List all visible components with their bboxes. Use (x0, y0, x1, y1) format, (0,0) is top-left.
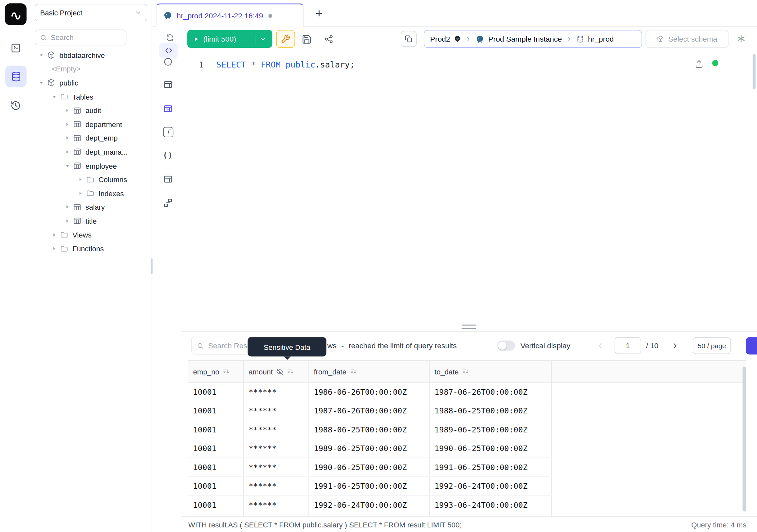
table-row[interactable]: 10001******1986-06-26T00:00:00Z1987-06-2… (188, 383, 552, 402)
result-cell[interactable]: 10001 (188, 477, 244, 495)
sidebar-search-input[interactable] (51, 33, 122, 42)
export-button-edge[interactable] (746, 337, 757, 355)
caret-right-icon[interactable] (65, 204, 73, 210)
sort-icon[interactable] (350, 368, 357, 375)
caret-down-icon[interactable] (39, 52, 47, 58)
result-cell[interactable]: 1993-06-24T00:00:00Z (430, 496, 552, 514)
code-line[interactable]: SELECT * FROM public.salary; (216, 60, 355, 70)
tree-item-indexes[interactable]: Indexes (31, 186, 151, 200)
page-size-select[interactable]: 50 / page (693, 337, 731, 354)
caret-right-icon[interactable] (65, 108, 73, 113)
result-cell[interactable]: 10001 (188, 458, 244, 476)
result-cell[interactable]: 1991-06-25T00:00:00Z (309, 477, 430, 495)
run-query-button[interactable]: (limit 500) (187, 30, 272, 48)
result-cell[interactable]: 1993-06-24T00:00:00Z (309, 514, 430, 516)
column-header-from_date[interactable]: from_date (309, 361, 430, 382)
tree-item-functions[interactable]: Functions (31, 242, 151, 256)
procedures-panel-button[interactable]: () (160, 148, 176, 162)
column-header-emp_no[interactable]: emp_no (188, 361, 244, 382)
share-button[interactable] (322, 33, 335, 45)
caret-right-icon[interactable] (65, 121, 73, 127)
eye-off-icon[interactable] (276, 368, 283, 375)
sort-icon[interactable] (287, 368, 294, 375)
result-cell[interactable]: 1987-06-26T00:00:00Z (430, 383, 552, 401)
result-cell[interactable]: 1989-06-25T00:00:00Z (430, 420, 552, 439)
table-row[interactable]: 10001******1993-06-24T00:00:00Z1994-06-2… (188, 514, 552, 516)
table-row[interactable]: 10001******1987-06-26T00:00:00Z1988-06-2… (188, 401, 552, 420)
table-row[interactable]: 10001******1991-06-25T00:00:00Z1992-06-2… (188, 477, 552, 496)
caret-right-icon[interactable] (65, 218, 73, 224)
tree-item-public[interactable]: public (31, 76, 151, 90)
result-cell[interactable]: 1990-06-25T00:00:00Z (309, 458, 430, 476)
caret-right-icon[interactable] (77, 190, 86, 196)
worksheet-nav-button[interactable] (0, 43, 31, 54)
result-cell[interactable]: 1992-06-24T00:00:00Z (309, 496, 430, 514)
tree-item-title[interactable]: title (31, 214, 151, 228)
result-cell[interactable]: 1992-06-24T00:00:00Z (430, 477, 552, 495)
result-cell[interactable]: ****** (244, 383, 309, 401)
result-cell[interactable]: 10001 (188, 496, 244, 514)
editor-scrollbar[interactable] (753, 54, 756, 89)
caret-right-icon[interactable] (77, 176, 86, 182)
sidebar-resize-handle[interactable] (151, 259, 153, 274)
result-cell[interactable]: 1990-06-25T00:00:00Z (430, 439, 552, 457)
caret-right-icon[interactable] (65, 135, 73, 141)
result-cell[interactable]: 1994-06-24T00:00:00Z (430, 514, 552, 516)
table-row[interactable]: 10001******1992-06-24T00:00:00Z1993-06-2… (188, 496, 552, 515)
result-cell[interactable]: ****** (244, 514, 309, 516)
result-cell[interactable]: ****** (244, 420, 309, 439)
functions-panel-button[interactable]: f (160, 125, 176, 139)
next-page-button[interactable] (668, 339, 682, 353)
tree-item-salary[interactable]: salary (31, 200, 151, 214)
result-cell[interactable]: 1986-06-26T00:00:00Z (309, 383, 430, 401)
sort-icon[interactable] (223, 368, 230, 375)
result-cell[interactable]: 1988-06-25T00:00:00Z (430, 401, 552, 420)
grid-scrollbar[interactable] (742, 366, 746, 511)
connection-breadcrumb[interactable]: Prod2 Prod Sample Instance hr_prod (424, 30, 642, 48)
sql-editor[interactable]: 1 SELECT * FROM public.salary; (181, 49, 757, 326)
table-row[interactable]: 10001******1990-06-25T00:00:00Z1991-06-2… (188, 458, 552, 477)
caret-down-icon[interactable] (65, 163, 73, 169)
table-row[interactable]: 10001******1989-06-25T00:00:00Z1990-06-2… (188, 439, 552, 458)
masked-data-panel-button[interactable] (160, 102, 176, 115)
panel-resize-handle[interactable] (462, 325, 476, 329)
result-cell[interactable]: 10001 (188, 439, 244, 457)
tree-item-tables[interactable]: Tables (31, 90, 151, 104)
result-cell[interactable]: 10001 (188, 401, 244, 420)
save-button[interactable] (300, 33, 313, 45)
tables-panel-button[interactable] (160, 78, 176, 91)
tree-item-employee[interactable]: employee (31, 159, 151, 172)
result-cell[interactable]: ****** (244, 458, 309, 476)
tree-item-department[interactable]: department (31, 117, 151, 131)
column-header-to_date[interactable]: to_date (430, 361, 552, 382)
app-logo[interactable] (5, 3, 26, 25)
views-panel-button[interactable] (160, 172, 176, 186)
tree-item-empty[interactable]: <Empty> (31, 62, 151, 76)
result-cell[interactable]: 1988-06-25T00:00:00Z (309, 420, 430, 439)
new-tab-button[interactable]: + (311, 5, 327, 21)
result-cell[interactable]: 10001 (188, 383, 244, 401)
tree-item-views[interactable]: Views (31, 228, 151, 242)
tab-hr-prod[interactable]: hr_prod 2024-11-22 16:49 (156, 3, 304, 27)
tree-item-bbdataarchive[interactable]: bbdataarchive (31, 48, 151, 62)
project-select[interactable]: Basic Project (35, 4, 147, 21)
sort-icon[interactable] (462, 368, 469, 375)
result-cell[interactable]: ****** (244, 401, 309, 420)
copy-connection-button[interactable] (401, 31, 417, 47)
page-number-input[interactable]: 1 (615, 337, 641, 354)
result-cell[interactable]: ****** (244, 439, 309, 457)
result-cell[interactable]: 1987-06-26T00:00:00Z (309, 401, 430, 420)
result-cell[interactable]: 1989-06-25T00:00:00Z (309, 439, 430, 457)
result-cell[interactable]: 10001 (188, 514, 244, 516)
caret-down-icon[interactable] (39, 80, 47, 86)
result-cell[interactable]: 1991-06-25T00:00:00Z (430, 458, 552, 476)
vertical-display-toggle[interactable] (497, 341, 515, 351)
upload-sheet-button[interactable] (694, 59, 704, 69)
result-cell[interactable]: ****** (244, 477, 309, 495)
result-cell[interactable]: ****** (244, 496, 309, 514)
tree-item-dept-emp[interactable]: dept_emp (31, 131, 151, 145)
caret-right-icon[interactable] (65, 149, 73, 155)
caret-right-icon[interactable] (52, 246, 60, 252)
prev-page-button[interactable] (594, 339, 607, 353)
database-nav-button[interactable] (5, 66, 26, 87)
